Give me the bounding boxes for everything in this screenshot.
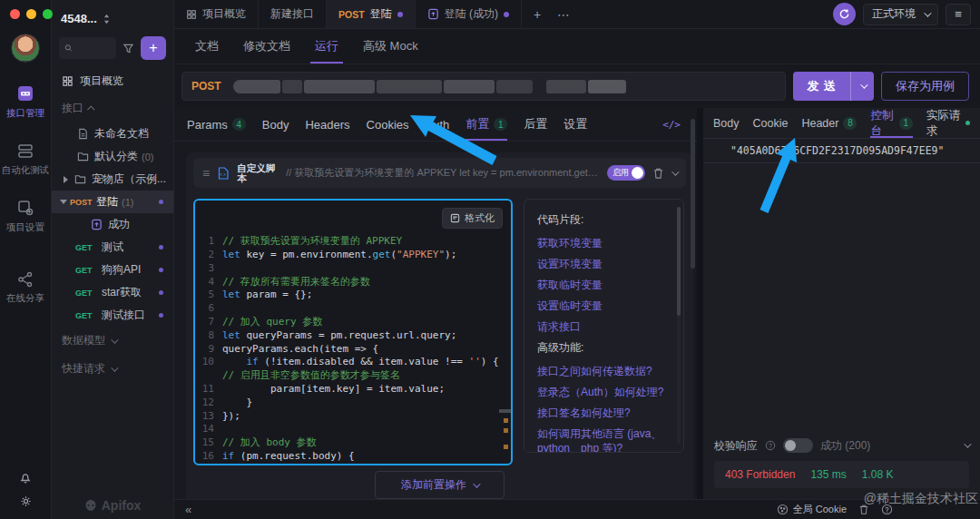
advanced-link[interactable]: 接口之间如何传递数据? xyxy=(537,364,671,378)
snippet-link[interactable]: 获取临时变量 xyxy=(537,278,671,292)
caret-right-icon[interactable] xyxy=(64,176,72,183)
send-options-chevron-icon[interactable] xyxy=(851,83,874,89)
send-button[interactable]: 发 送 xyxy=(793,72,874,101)
sync-icon[interactable] xyxy=(833,3,856,25)
code-text xyxy=(222,423,500,436)
tree-item[interactable]: GETstar获取 xyxy=(52,281,173,304)
code-view-icon[interactable]: </> xyxy=(662,119,681,131)
subnav-文档[interactable]: 文档 xyxy=(195,29,219,64)
config-tab-后置[interactable]: 后置 xyxy=(524,108,547,141)
notifications-bell-icon[interactable] xyxy=(18,470,33,485)
tree-item[interactable]: 未命名文档 xyxy=(52,122,173,145)
config-tab-Cookies[interactable]: Cookies xyxy=(367,108,409,141)
config-tab-前置[interactable]: 前置1 xyxy=(466,108,507,141)
code-line: 8let queryParams = pm.request.url.query; xyxy=(195,329,500,343)
rail-item-2[interactable]: 项目设置 xyxy=(2,198,50,234)
response-tab-Body[interactable]: Body xyxy=(713,108,740,138)
trash-icon[interactable] xyxy=(858,504,869,515)
tab-新建接口[interactable]: 新建接口 xyxy=(259,0,327,28)
validate-toggle[interactable] xyxy=(783,438,813,453)
search-field[interactable] xyxy=(76,43,111,54)
tree-item[interactable]: 默认分类(0) xyxy=(52,145,173,168)
method-label: POST xyxy=(70,198,96,207)
panel-scrollbar[interactable] xyxy=(691,119,695,269)
subnav-高级 Mock[interactable]: 高级 Mock xyxy=(363,29,418,64)
avatar[interactable] xyxy=(11,34,40,63)
code-line: 1// 获取预先设置为环境变量的 APPKEY xyxy=(195,235,500,249)
tree-item-label: 测试接口 xyxy=(102,308,145,323)
add-pre-action-button[interactable]: 添加前置操作 xyxy=(375,471,505,499)
tree-item-label: 测试 xyxy=(102,240,123,255)
tree-item[interactable]: GET狗狗API xyxy=(52,259,173,281)
save-as-case-button[interactable]: 保存为用例 xyxy=(881,72,969,101)
editor-scrollbar[interactable] xyxy=(499,409,511,413)
console-output[interactable]: "405A0D67F6CFD2F2317D095AD9F47EE9" xyxy=(703,139,980,163)
snippet-link[interactable]: 设置临时变量 xyxy=(537,299,671,313)
minimize-window-icon[interactable] xyxy=(26,9,36,19)
rail-item-0[interactable]: 接口管理 xyxy=(2,83,50,120)
response-tab-Header[interactable]: Header8 xyxy=(801,108,857,138)
code-area[interactable]: 1// 获取预先设置为环境变量的 APPKEY2let key = pm.env… xyxy=(195,235,500,465)
section-header-api[interactable]: 接口 xyxy=(52,94,173,122)
unsaved-dot xyxy=(159,313,163,318)
section-header-data-model[interactable]: 数据模型 xyxy=(52,327,173,355)
help-icon[interactable] xyxy=(881,504,893,515)
response-tab-控制台[interactable]: 控制台1 xyxy=(870,108,912,138)
collapse-sidebar-icon[interactable]: « xyxy=(185,503,191,516)
drag-handle-icon[interactable]: ≡ xyxy=(202,166,210,181)
folder-icon xyxy=(77,151,89,162)
snippet-link[interactable]: 设置环境变量 xyxy=(537,257,671,271)
section-header-quick-request[interactable]: 快捷请求 xyxy=(52,355,173,383)
enable-toggle[interactable]: 启用 xyxy=(607,165,645,181)
subnav-修改文档[interactable]: 修改文档 xyxy=(243,29,290,64)
url-input[interactable]: POST xyxy=(181,72,786,101)
maximize-window-icon[interactable] xyxy=(43,9,53,19)
tree-item[interactable]: GET测试接口 xyxy=(52,304,173,327)
tree-item[interactable]: 成功 xyxy=(52,213,173,236)
collapse-chevron-icon[interactable] xyxy=(671,168,679,175)
rail-item-3[interactable]: 在线分享 xyxy=(2,270,50,305)
add-new-button[interactable]: + xyxy=(141,36,166,60)
settings-gear-icon[interactable] xyxy=(19,495,33,508)
chevron-down-icon[interactable] xyxy=(964,440,971,447)
environment-selector[interactable]: 正式环境 xyxy=(863,4,938,25)
tab-登陆[interactable]: POST登陆 xyxy=(327,0,416,28)
caret-down-icon[interactable] xyxy=(60,200,67,208)
tree-item[interactable]: POST登陆(1) xyxy=(52,191,173,213)
search-input[interactable] xyxy=(59,37,116,59)
script-code-editor[interactable]: 格式化 1// 获取预先设置为环境变量的 APPKEY2let key = pm… xyxy=(193,199,513,465)
config-tab-Body[interactable]: Body xyxy=(262,108,289,141)
tree-item[interactable]: GET测试 xyxy=(52,236,173,259)
config-tab-设置[interactable]: 设置 xyxy=(564,108,587,141)
advanced-link[interactable]: 登录态（Auth）如何处理? xyxy=(537,385,671,399)
more-tabs-icon[interactable]: ⋯ xyxy=(557,7,570,22)
new-tab-plus-icon[interactable]: + xyxy=(534,7,541,22)
close-window-icon[interactable] xyxy=(10,9,20,19)
tab-登陆 (成功)[interactable]: 登陆 (成功) xyxy=(416,0,522,28)
config-tab-Headers[interactable]: Headers xyxy=(305,108,349,141)
config-tab-Auth[interactable]: Auth xyxy=(426,108,450,141)
snippet-link[interactable]: 获取环境变量 xyxy=(537,236,671,250)
advanced-link[interactable]: 如何调用其他语言 (java、python、php 等)? xyxy=(537,426,671,453)
env-menu-icon[interactable]: ≡ xyxy=(946,4,971,25)
response-tab-实际请求[interactable]: 实际请求 xyxy=(926,108,970,138)
custom-script-row[interactable]: ≡ 自定义脚本 // 获取预先设置为环境变量的 APPKEY let key =… xyxy=(193,158,686,188)
response-tab-Cookie[interactable]: Cookie xyxy=(753,108,789,138)
global-cookie-button[interactable]: 全局 Cookie xyxy=(777,503,847,516)
tab-项目概览[interactable]: 项目概览 xyxy=(174,0,259,28)
filter-funnel-icon[interactable] xyxy=(122,43,134,54)
config-tab-Params[interactable]: Params4 xyxy=(187,108,246,141)
tree-item[interactable]: 宠物店（示例... xyxy=(52,168,173,191)
code-line: 17 let formData; xyxy=(195,464,500,465)
trash-icon[interactable] xyxy=(652,167,664,180)
project-switcher[interactable]: 4548... xyxy=(52,0,173,34)
rail-item-1[interactable]: 自动化测试 xyxy=(2,141,50,177)
advanced-link[interactable]: 接口签名如何处理? xyxy=(537,406,671,420)
main-area: 项目概览新建接口POST登陆登陆 (成功) + ⋯ 正式环境 ≡ 文档修改文档运… xyxy=(174,0,980,519)
script-preview: // 获取预先设置为环境变量的 APPKEY let key = pm.envi… xyxy=(286,166,600,180)
snippets-scrollbar[interactable] xyxy=(677,207,681,316)
format-button[interactable]: 格式化 xyxy=(442,208,503,229)
subnav-运行[interactable]: 运行 xyxy=(315,29,338,64)
snippet-link[interactable]: 请求接口 xyxy=(537,319,671,334)
sidebar-item-overview[interactable]: 项目概览 xyxy=(52,68,173,94)
